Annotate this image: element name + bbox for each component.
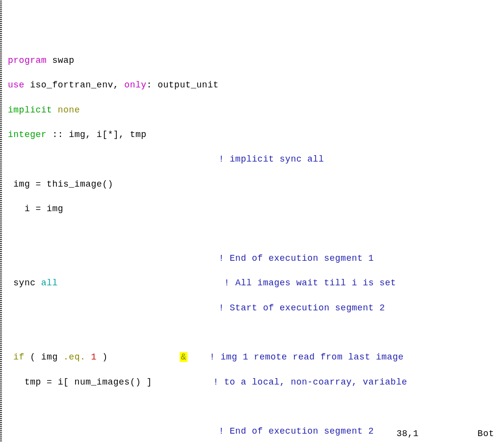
module-name: iso_fortran_env bbox=[30, 80, 113, 90]
scroll-location: Bot bbox=[477, 428, 494, 440]
continuation-amp: & bbox=[180, 352, 187, 362]
comment: ! End of execution segment 1 bbox=[218, 253, 373, 263]
code-line: use iso_fortran_env, only: output_unit bbox=[8, 79, 504, 91]
code-line: ! Start of execution segment 2 bbox=[8, 302, 504, 314]
assignment: tmp = i[ num_images() ] bbox=[8, 377, 152, 387]
code-line: if ( img .eq. 1 ) & ! img 1 remote read … bbox=[8, 351, 504, 363]
code-line: img = this_image() bbox=[8, 178, 504, 191]
close-paren: ) bbox=[97, 352, 108, 362]
code-line bbox=[8, 401, 504, 413]
keyword-if: if bbox=[8, 352, 25, 362]
code-line: integer :: img, i[*], tmp bbox=[8, 129, 504, 141]
keyword-implicit: implicit bbox=[8, 105, 52, 115]
code-line: i = img bbox=[8, 203, 504, 215]
code-content: program swap use iso_fortran_env, only: … bbox=[0, 37, 504, 442]
operator-eq: .eq. bbox=[63, 352, 85, 362]
code-line: sync all ! All images wait till i is set bbox=[8, 277, 504, 289]
code-editor: program swap use iso_fortran_env, only: … bbox=[0, 0, 504, 442]
colon: : bbox=[147, 80, 152, 90]
keyword-use: use bbox=[8, 80, 25, 90]
code-line: program swap bbox=[8, 55, 504, 67]
keyword-all: all bbox=[41, 278, 58, 288]
code-line: tmp = i[ num_images() ] ! to a local, no… bbox=[8, 376, 504, 388]
status-bar: 38,1 Bot bbox=[0, 426, 504, 442]
keyword-integer: integer bbox=[8, 130, 47, 139]
comment: ! to a local, non-coarray, variable bbox=[213, 377, 407, 387]
code-line: implicit none bbox=[8, 104, 504, 116]
program-name: swap bbox=[52, 55, 74, 65]
sync-stmt: sync bbox=[8, 278, 41, 288]
cursor-position: 38,1 bbox=[397, 428, 419, 440]
declarations: :: img, i[*], tmp bbox=[52, 130, 146, 139]
keyword-none: none bbox=[58, 105, 80, 115]
comment: ! img 1 remote read from last image bbox=[210, 352, 404, 362]
fold-column bbox=[0, 0, 2, 442]
code-line bbox=[8, 227, 504, 240]
keyword-only: only bbox=[124, 80, 146, 90]
code-line: ! implicit sync all bbox=[8, 153, 504, 166]
code-line: ! End of execution segment 1 bbox=[8, 252, 504, 265]
number-literal: 1 bbox=[85, 352, 97, 362]
code-line bbox=[8, 327, 504, 339]
unit-name: output_unit bbox=[158, 80, 218, 90]
comment: ! implicit sync all bbox=[218, 154, 324, 164]
comment: ! All images wait till i is set bbox=[224, 278, 396, 288]
assignment: i = img bbox=[8, 204, 63, 214]
assignment: img = this_image() bbox=[8, 179, 113, 189]
keyword-program: program bbox=[8, 55, 47, 65]
comment: ! Start of execution segment 2 bbox=[218, 303, 385, 313]
paren: ( img bbox=[25, 352, 63, 362]
